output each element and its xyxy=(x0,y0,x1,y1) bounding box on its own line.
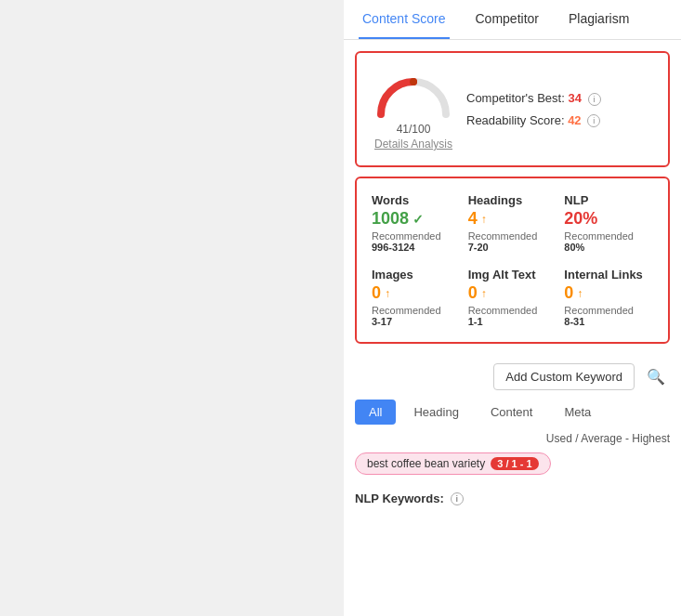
tab-competitor[interactable]: Competitor xyxy=(472,0,543,39)
stat-img-alt: Img Alt Text 0 ↑ Recommended 1-1 xyxy=(468,268,557,327)
check-icon: ✓ xyxy=(413,212,424,227)
readability-score-value: 42 xyxy=(568,113,581,127)
stat-nlp-value: 20% xyxy=(564,209,653,229)
arrow-up-icon-2: ↑ xyxy=(385,287,390,300)
keyword-count: 3 / 1 - 1 xyxy=(491,457,538,470)
keywords-section: Add Custom Keyword 🔍 All Heading Content… xyxy=(344,353,681,522)
stat-img-alt-value: 0 ↑ xyxy=(468,283,557,303)
gauge-wrap xyxy=(372,68,455,119)
filter-tab-meta[interactable]: Meta xyxy=(550,400,605,425)
score-meta: Competitor's Best: 34 i Readability Scor… xyxy=(466,91,601,127)
filter-tab-heading[interactable]: Heading xyxy=(399,400,472,425)
keyword-tag-container: best coffee bean variety 3 / 1 - 1 xyxy=(355,452,670,484)
arrow-up-icon-4: ↑ xyxy=(577,287,583,300)
stats-grid: Words 1008 ✓ Recommended 996-3124 Headin… xyxy=(372,193,653,327)
stat-headings: Headings 4 ↑ Recommended 7-20 xyxy=(468,193,557,253)
competitor-best-row: Competitor's Best: 34 i xyxy=(466,91,601,106)
readability-score-row: Readability Score: 42 i xyxy=(466,113,601,128)
nlp-info-icon[interactable]: i xyxy=(451,492,464,505)
stat-internal-links: Internal Links 0 ↑ Recommended 8-31 xyxy=(564,268,653,327)
left-panel xyxy=(0,0,344,616)
arrow-up-icon: ↑ xyxy=(481,213,487,226)
stat-words: Words 1008 ✓ Recommended 996-3124 xyxy=(372,193,461,253)
stat-nlp-recommended: Recommended 80% xyxy=(564,230,653,253)
details-analysis-link[interactable]: Details Analysis xyxy=(374,138,452,151)
keywords-toolbar: Add Custom Keyword 🔍 xyxy=(355,362,670,390)
nlp-label: NLP Keywords: i xyxy=(355,491,670,505)
tab-bar: Content Score Competitor Plagiarism xyxy=(344,0,681,40)
search-icon-button[interactable]: 🔍 xyxy=(642,362,670,390)
tab-plagiarism[interactable]: Plagiarism xyxy=(565,0,633,39)
nlp-section: NLP Keywords: i xyxy=(355,491,670,505)
stat-words-recommended: Recommended 996-3124 xyxy=(372,230,461,253)
add-custom-keyword-button[interactable]: Add Custom Keyword xyxy=(493,363,635,390)
stat-headings-recommended: Recommended 7-20 xyxy=(468,230,557,253)
search-icon: 🔍 xyxy=(647,368,665,386)
score-card: 41/100 Details Analysis Competitor's Bes… xyxy=(355,51,670,167)
filter-tab-all[interactable]: All xyxy=(355,400,396,425)
filter-tab-content[interactable]: Content xyxy=(477,400,547,425)
stat-images-value: 0 ↑ xyxy=(372,283,461,303)
stat-images-recommended: Recommended 3-17 xyxy=(372,305,461,327)
stat-img-alt-recommended: Recommended 1-1 xyxy=(468,305,557,327)
svg-point-0 xyxy=(410,78,417,85)
stat-headings-value: 4 ↑ xyxy=(468,209,557,229)
competitor-best-value: 34 xyxy=(568,91,581,105)
stats-card: Words 1008 ✓ Recommended 996-3124 Headin… xyxy=(355,177,670,344)
stat-internal-links-recommended: Recommended 8-31 xyxy=(564,305,653,327)
arrow-up-icon-3: ↑ xyxy=(481,287,487,300)
competitor-best-info-icon[interactable]: i xyxy=(588,93,601,106)
tab-content-score[interactable]: Content Score xyxy=(359,0,450,39)
stat-internal-links-value: 0 ↑ xyxy=(564,283,653,303)
stat-images: Images 0 ↑ Recommended 3-17 xyxy=(372,268,461,327)
keyword-text: best coffee bean variety xyxy=(367,457,485,470)
gauge-container: 41/100 Details Analysis xyxy=(372,68,455,151)
gauge-score: 41/100 xyxy=(397,123,431,136)
keyword-tag: best coffee bean variety 3 / 1 - 1 xyxy=(355,452,551,475)
gauge-svg xyxy=(372,68,455,119)
readability-info-icon[interactable]: i xyxy=(587,114,600,127)
right-panel: Content Score Competitor Plagiarism xyxy=(344,0,681,616)
filter-tabs: All Heading Content Meta xyxy=(355,400,670,425)
used-average-label: Used / Average - Highest xyxy=(355,432,670,445)
stat-words-value: 1008 ✓ xyxy=(372,209,461,229)
stat-nlp: NLP 20% Recommended 80% xyxy=(564,193,653,253)
